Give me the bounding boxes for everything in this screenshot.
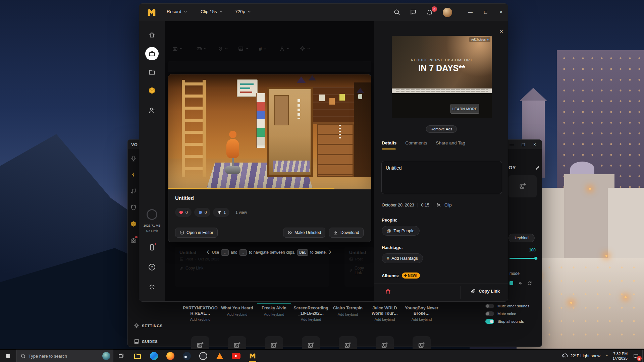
box-icon[interactable] — [130, 221, 137, 227]
loop-icon[interactable] — [527, 280, 532, 286]
sound-tile[interactable]: Juice WRLD World Tour… Add keybind — [367, 303, 402, 321]
soundboard-close-button[interactable]: × — [531, 142, 538, 147]
music-icon[interactable] — [130, 188, 137, 194]
download-button[interactable]: Download — [329, 228, 364, 238]
add-hashtags-button[interactable]: # Add Hashtags — [382, 253, 423, 263]
volume-slider-fill — [509, 258, 535, 259]
make-unlisted-button[interactable]: Make Unlisted — [283, 228, 325, 238]
share-pill[interactable]: 1 — [213, 208, 229, 217]
camera-icon[interactable] — [130, 237, 137, 243]
toggle-switch[interactable] — [485, 311, 494, 316]
clip-progress-bar[interactable] — [168, 188, 334, 189]
edge-browser-icon[interactable] — [146, 350, 162, 362]
search-input[interactable] — [29, 354, 100, 359]
show-desktop-button[interactable] — [642, 350, 644, 362]
sound-tile[interactable]: Freaky Alvin Add keybind — [257, 303, 291, 321]
sound-tile[interactable]: PARTYNEXTDOOR REAL… Add keybind — [183, 303, 218, 321]
clip-length-dropdown[interactable]: Clip 15s — [201, 9, 223, 14]
sound-tile[interactable]: Clairo Terrapin Add keybind — [330, 303, 365, 321]
edit-icon[interactable] — [535, 165, 540, 171]
medal-logo[interactable] — [147, 7, 157, 17]
sound-tile[interactable]: YoungBoy Never Broke… Add keybind — [404, 303, 439, 321]
obs-icon[interactable] — [196, 350, 211, 362]
panel-close-icon[interactable]: × — [499, 28, 503, 35]
tag-people-button[interactable]: @ Tag People — [382, 226, 420, 236]
sound-add-keybind[interactable]: Add keybind — [257, 312, 291, 316]
tray-overflow-chevron[interactable]: ^ — [606, 354, 608, 359]
sound-add-keybind[interactable]: Add keybind — [183, 317, 218, 321]
toggle-row[interactable]: Mute other sounds — [485, 303, 529, 309]
start-button[interactable] — [0, 350, 16, 362]
sidebar-add-friends-icon[interactable] — [145, 104, 159, 117]
details-tab[interactable]: Comments — [405, 140, 427, 149]
minimize-button[interactable]: — — [467, 9, 474, 15]
steam-icon[interactable] — [179, 350, 195, 362]
delete-clip-icon[interactable] — [385, 288, 391, 295]
chat-icon[interactable] — [410, 9, 417, 15]
copy-link-button[interactable]: Copy Link — [471, 288, 500, 294]
sidebar-home-icon[interactable] — [145, 28, 159, 42]
clip-title-input[interactable]: Untitled — [381, 161, 502, 194]
vlc-icon[interactable] — [212, 350, 227, 362]
sidebar-settings-icon[interactable] — [145, 280, 159, 294]
adchoices-link[interactable]: AdChoices — [469, 37, 490, 42]
comment-pill[interactable]: 0 — [194, 208, 211, 217]
medal-taskbar-icon[interactable] — [245, 350, 260, 362]
clock[interactable]: 7:32 PM 1/7/2025 — [612, 351, 628, 361]
medal-titlebar[interactable]: Record Clip 15s 720p 3 — □ × — [139, 4, 508, 21]
sound-keybind-button[interactable]: keybind — [508, 234, 535, 242]
soundboard-maximize-button[interactable]: □ — [520, 142, 527, 147]
toggle-switch[interactable] — [485, 319, 494, 324]
share-count: 1 — [223, 210, 226, 215]
search-icon[interactable] — [393, 9, 400, 15]
youtube-icon[interactable] — [228, 350, 244, 362]
open-in-editor-button[interactable]: Open in Editor — [175, 228, 218, 238]
sound-add-keybind[interactable]: Add keybind — [367, 317, 402, 321]
volume-slider-knob[interactable] — [534, 257, 537, 260]
sidebar-games-icon[interactable] — [145, 84, 159, 97]
advertisement[interactable]: AdChoices REDUCE NERVE DISCOMFORT IN 7 D… — [392, 36, 492, 118]
avatar[interactable] — [443, 8, 452, 17]
taskbar-search[interactable] — [16, 350, 113, 362]
remove-ads-button[interactable]: Remove Ads — [426, 125, 457, 133]
toggle-row[interactable]: Stop all sounds — [485, 319, 529, 324]
details-tab[interactable]: Share and Tag — [436, 140, 466, 149]
maximize-button[interactable]: □ — [482, 9, 489, 15]
resolution-dropdown[interactable]: 720p — [235, 9, 251, 14]
microphone-icon[interactable] — [130, 155, 137, 162]
sidebar-help-icon[interactable]: ? — [145, 260, 159, 274]
toggle-row[interactable]: Mute voice — [485, 311, 529, 316]
firefox-icon[interactable] — [163, 350, 178, 362]
volume-slider[interactable] — [509, 258, 538, 259]
action-center-icon[interactable]: 8 — [633, 353, 639, 359]
clip-video-thumbnail[interactable] — [168, 74, 371, 189]
soundboard-minimize-button[interactable]: — — [508, 142, 516, 147]
sidebar-library-folder-icon[interactable] — [145, 65, 159, 79]
shield-icon[interactable] — [130, 204, 137, 210]
soundboard-settings-button[interactable]: SETTINGS — [134, 323, 163, 328]
sound-tile[interactable]: ScreenRecording_10-16-202… Add keybind — [293, 303, 328, 321]
sound-image-placeholder[interactable] — [508, 175, 537, 197]
sound-add-keybind[interactable]: Add keybind — [404, 317, 439, 321]
sound-add-keybind[interactable]: Add keybind — [293, 317, 328, 321]
toggle-switch[interactable] — [485, 304, 494, 308]
toggle-label: Mute other sounds — [497, 304, 529, 308]
stop-icon[interactable] — [509, 281, 513, 285]
task-view-button[interactable] — [113, 350, 129, 362]
weather-widget[interactable]: 22°F Light snow — [562, 353, 600, 359]
close-button[interactable]: × — [497, 9, 505, 15]
soundboard-bolt-icon[interactable] — [130, 172, 137, 178]
sidebar-clips-icon[interactable] — [145, 47, 159, 60]
sound-add-keybind[interactable]: Add keybind — [220, 312, 255, 316]
search-highlight-thumbnail[interactable] — [102, 352, 110, 360]
sound-add-keybind[interactable]: Add keybind — [330, 312, 365, 316]
sound-tile[interactable]: What You Heard Add keybind — [220, 303, 255, 321]
file-explorer-icon[interactable] — [130, 350, 145, 362]
ad-learn-more-button[interactable]: LEARN MORE — [450, 104, 479, 114]
record-dropdown[interactable]: Record — [167, 9, 187, 14]
details-tab[interactable]: Details — [382, 140, 396, 149]
like-pill[interactable]: 0 — [175, 208, 192, 217]
skip-icon[interactable] — [518, 280, 523, 286]
soundboard-guides-button[interactable]: GUIDES — [134, 339, 158, 344]
sidebar-mobile-icon[interactable] — [145, 241, 159, 254]
